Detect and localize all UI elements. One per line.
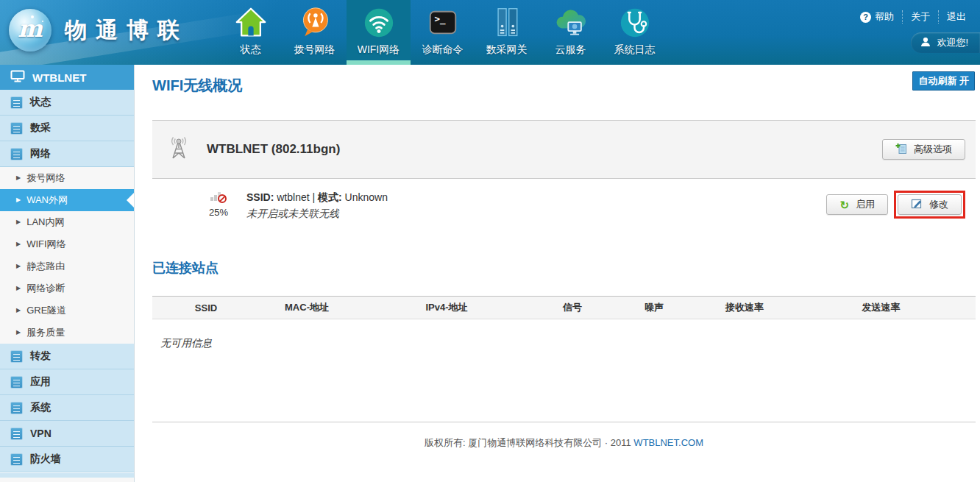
- sidebar-item-static-route[interactable]: ▶ 静态路由: [0, 255, 134, 277]
- user-icon: [920, 37, 931, 49]
- tab-diagnostic-commands[interactable]: >_ 诊断命令: [411, 0, 475, 65]
- gateway-icon: [491, 4, 523, 41]
- col-tx-rate: 发送速率: [787, 297, 976, 319]
- ssid-line: SSID: wtblnet | 模式: Unknown: [246, 190, 388, 205]
- cloud-icon: [553, 4, 589, 41]
- modify-button[interactable]: 修改: [898, 194, 962, 215]
- tab-cloud-service[interactable]: 云服务: [539, 0, 603, 65]
- signal-percent: 25%: [204, 207, 233, 218]
- welcome-text: 欢迎您!: [937, 36, 968, 49]
- caret-icon: ▶: [16, 197, 21, 203]
- col-rx-rate: 接收速率: [703, 297, 787, 319]
- sidebar-item-vpn[interactable]: VPN: [0, 421, 134, 447]
- tab-data-gateway[interactable]: 数采网关: [475, 0, 539, 65]
- wifi-panel-body: 25% SSID: wtblnet | 模式: Unknown 未开启或未关联无…: [152, 178, 976, 238]
- list-icon: [10, 402, 23, 414]
- list-icon: [10, 453, 23, 466]
- advanced-options-button[interactable]: 高级选项: [882, 139, 965, 160]
- wifi-status-text: SSID: wtblnet | 模式: Unknown 未开启或未关联无线: [246, 190, 388, 221]
- sidebar-item-firewall[interactable]: 防火墙: [0, 447, 134, 472]
- tab-system-log[interactable]: 系统日志: [603, 0, 667, 65]
- brand-name: 物通博联: [65, 15, 188, 46]
- help-icon: ?: [860, 12, 871, 23]
- wifi-icon: [362, 4, 396, 41]
- svg-text:>_: >_: [434, 13, 445, 25]
- home-icon: [235, 4, 267, 41]
- wifi-network-title: WTBLNET (802.11bgn): [207, 142, 340, 157]
- signal-blocked-icon: [210, 190, 227, 203]
- header: m 物通博联 状态: [0, 0, 980, 65]
- page-title: WIFI无线概况: [152, 65, 976, 96]
- footer: 版权所有: 厦门物通博联网络科技有限公司 · 2011 WTBLNET.COM: [152, 422, 976, 450]
- monitor-icon: [10, 70, 25, 85]
- edit-icon: [911, 198, 923, 212]
- sidebar-item-forwarding[interactable]: 转发: [0, 344, 134, 369]
- connected-stations-title: 已连接站点: [152, 259, 976, 277]
- antenna-icon: [168, 135, 189, 163]
- tab-status[interactable]: 状态: [219, 0, 283, 65]
- click-highlight-annotation: 修改: [894, 191, 965, 219]
- tab-wifi-network[interactable]: WIFI网络: [347, 0, 411, 65]
- sidebar-item-qos[interactable]: ▶ 服务质量: [0, 322, 134, 344]
- col-noise: 噪声: [606, 297, 703, 319]
- logout-link[interactable]: 退出: [938, 10, 974, 24]
- sidebar-item-gre-tunnel[interactable]: ▶ GRE隧道: [0, 300, 134, 322]
- col-ssid: SSID: [152, 297, 260, 319]
- enable-button[interactable]: ↻ 启用: [826, 194, 888, 215]
- caret-icon: ▶: [16, 263, 21, 269]
- sidebar-item-status[interactable]: 状态: [0, 90, 134, 116]
- sidebar-item-system[interactable]: 系统: [0, 395, 134, 421]
- sidebar-item-net-diagnose[interactable]: ▶ 网络诊断: [0, 277, 134, 300]
- refresh-icon: ↻: [839, 199, 849, 210]
- sidebar-item-application[interactable]: 应用: [0, 369, 134, 395]
- auto-refresh-toggle[interactable]: 自动刷新 开: [912, 71, 975, 91]
- device-name: WTBLNET: [32, 71, 86, 84]
- caret-icon: ▶: [16, 219, 21, 225]
- wifi-overview-panel: WTBLNET (802.11bgn) 高级选项: [152, 120, 976, 238]
- col-mac: MAC-地址: [260, 297, 354, 319]
- dialup-icon: [299, 4, 331, 41]
- wifi-action-buttons: ↻ 启用 修改: [826, 191, 965, 219]
- list-icon: [10, 122, 23, 135]
- about-link[interactable]: 关于: [902, 10, 938, 24]
- list-icon: [10, 376, 23, 389]
- welcome-badge[interactable]: 欢迎您!: [911, 32, 980, 53]
- col-signal: 信号: [539, 297, 606, 319]
- stations-header-row: SSID MAC-地址 IPv4-地址 信号 噪声 接收速率 发送速率: [152, 297, 976, 319]
- sidebar-item-dialup[interactable]: ▶ 拨号网络: [0, 167, 134, 189]
- signal-block: 25%: [204, 190, 233, 218]
- logo-sphere-icon: m: [9, 9, 52, 52]
- router-admin-app: m 物通博联 状态: [0, 0, 980, 482]
- brand-logo: m 物通博联: [9, 9, 188, 52]
- sidebar: WTBLNET 状态 数采 网络 ▶ 拨号网络 ▶ WAN外网 ▶ LAN内网 …: [0, 65, 135, 482]
- col-ipv4: IPv4-地址: [354, 297, 539, 319]
- sidebar-item-data-collect[interactable]: 数采: [0, 116, 134, 141]
- no-data-message: 无可用信息: [152, 337, 976, 350]
- document-plus-icon: [895, 143, 907, 157]
- wifi-disabled-note: 未开启或未关联无线: [246, 206, 388, 221]
- top-links: ? 帮助 关于 退出: [852, 10, 974, 24]
- sidebar-partial-item: [0, 472, 134, 478]
- sidebar-device-header: WTBLNET: [0, 65, 134, 90]
- help-link[interactable]: ? 帮助: [852, 10, 902, 24]
- list-icon: [10, 148, 23, 160]
- caret-icon: ▶: [16, 330, 21, 336]
- caret-icon: ▶: [16, 241, 21, 247]
- caret-icon: ▶: [16, 286, 21, 291]
- footer-link[interactable]: WTBLNET.COM: [633, 437, 703, 448]
- caret-icon: ▶: [16, 308, 21, 313]
- tab-dialup-network[interactable]: 拨号网络: [283, 0, 347, 65]
- main-content: WIFI无线概况 自动刷新 开 WTBLNET (802.11bgn): [135, 65, 980, 482]
- stethoscope-icon: [618, 4, 652, 41]
- wifi-panel-header: WTBLNET (802.11bgn) 高级选项: [152, 120, 976, 178]
- sidebar-item-wan[interactable]: ▶ WAN外网: [0, 189, 134, 211]
- list-icon: [10, 96, 23, 109]
- caret-icon: ▶: [16, 175, 21, 181]
- list-icon: [10, 350, 23, 363]
- list-icon: [10, 428, 23, 440]
- sidebar-item-lan[interactable]: ▶ LAN内网: [0, 211, 134, 233]
- terminal-icon: >_: [426, 4, 460, 41]
- sidebar-item-wifi[interactable]: ▶ WIFI网络: [0, 233, 134, 255]
- copyright-text: 版权所有: 厦门物通博联网络科技有限公司 · 2011: [425, 437, 631, 448]
- sidebar-item-network[interactable]: 网络: [0, 141, 134, 167]
